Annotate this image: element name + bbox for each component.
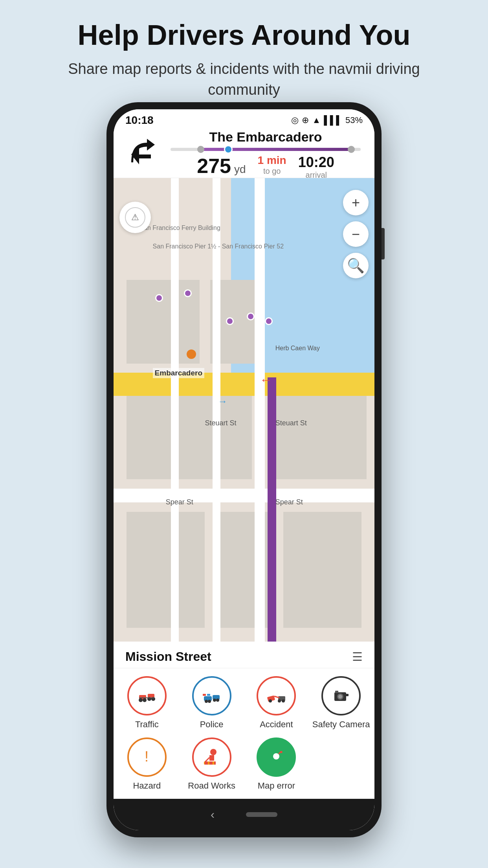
map-red-arrow: ← (260, 373, 272, 387)
nav-stats: 275 yd 1 min to go 10:20 arrival (171, 154, 361, 180)
svg-point-4 (139, 698, 143, 702)
safety-camera-icon-circle (321, 676, 361, 715)
svg-rect-15 (203, 694, 206, 696)
report-item-safety-camera[interactable]: Safety Camera (312, 676, 371, 730)
progress-fill (199, 148, 351, 151)
map-error-label: Map error (258, 781, 295, 791)
phone-frame: 10:18 ◎ ⊕ ▲ ▌▌▌ 53% The Embarcadero (106, 102, 382, 837)
map-label-herb: Herb Caen Way (275, 345, 320, 352)
signal-icon: ⊕ (302, 115, 309, 125)
svg-rect-26 (345, 694, 349, 696)
road-works-icon-circle (192, 737, 231, 777)
progress-dot-current (224, 145, 233, 154)
svg-text:⚠: ⚠ (131, 212, 139, 222)
map-label-spear-right: Spear St (275, 498, 303, 506)
svg-rect-27 (335, 691, 338, 693)
map-error-icon-circle (257, 737, 296, 777)
svg-rect-30 (209, 755, 214, 761)
map-area[interactable]: San Francisco Ferry Building San Francis… (114, 178, 374, 642)
report-item-accident[interactable]: Accident (247, 676, 306, 730)
map-pin-orange (187, 349, 196, 359)
report-item-empty (312, 737, 371, 791)
map-label-steuart-left: Steuart St (205, 419, 236, 427)
nav-distance-unit: yd (234, 163, 246, 176)
progress-bar (171, 148, 361, 151)
home-button[interactable] (246, 812, 277, 817)
road-works-icon (201, 747, 222, 768)
hazard-label: Hazard (133, 781, 161, 791)
map-label-embarcadero: Embarcadero (153, 368, 204, 378)
city-block-2 (275, 396, 367, 479)
hazard-icon-circle: ! (127, 737, 167, 777)
report-icon: ⚠ (125, 207, 146, 228)
map-label-spear-left: Spear St (166, 498, 193, 506)
police-icon (201, 685, 222, 707)
svg-point-20 (278, 699, 281, 702)
nav-time-block: 1 min to go (258, 154, 286, 180)
accident-label: Accident (260, 719, 293, 730)
bottom-panel: Mission Street ☰ (114, 642, 374, 799)
svg-point-11 (205, 700, 208, 703)
location-icon: ◎ (291, 115, 299, 125)
traffic-icon (136, 685, 158, 707)
report-item-traffic[interactable]: Traffic (117, 676, 176, 730)
report-grid-row1: Traffic (114, 668, 374, 737)
report-incident-button[interactable]: ⚠ (119, 202, 151, 233)
bottom-street-name: Mission Street (125, 649, 211, 664)
map-search-button[interactable]: 🔍 (343, 253, 369, 278)
side-button (382, 228, 385, 259)
nav-distance-value: 275 (197, 154, 231, 178)
status-icons: ◎ ⊕ ▲ ▌▌▌ 53% (291, 115, 363, 125)
back-button[interactable]: ‹ (211, 808, 215, 821)
safety-camera-label: Safety Camera (312, 719, 370, 730)
nav-arrival-value: 10:20 (298, 154, 334, 171)
hamburger-menu-icon[interactable]: ☰ (352, 650, 363, 664)
accident-icon (266, 685, 287, 707)
zoom-out-button[interactable]: − (343, 221, 369, 247)
svg-point-25 (338, 695, 342, 699)
route-line (268, 377, 276, 642)
report-item-map-error[interactable]: Map error (247, 737, 306, 791)
city-block-3 (127, 512, 205, 628)
nav-info: The Embarcadero 275 yd 1 min to go (165, 129, 367, 180)
svg-point-12 (208, 700, 211, 703)
map-label-ferry: San Francisco Ferry Building (139, 224, 220, 232)
safety-camera-icon (330, 685, 352, 707)
nav-time-value: 1 min (258, 154, 286, 167)
status-bar: 10:18 ◎ ⊕ ▲ ▌▌▌ 53% (114, 109, 374, 131)
status-time: 10:18 (125, 114, 154, 127)
map-search-icon: 🔍 (347, 257, 365, 274)
svg-rect-35 (214, 761, 216, 765)
map-pin-3 (226, 317, 234, 325)
svg-rect-9 (204, 696, 212, 701)
road-works-label: Road Works (188, 781, 235, 791)
nav-arrival-block: 10:20 arrival (298, 154, 334, 180)
svg-point-21 (282, 699, 285, 702)
zoom-in-button[interactable]: + (343, 190, 369, 215)
svg-point-36 (273, 753, 279, 760)
report-item-hazard[interactable]: ! Hazard (117, 737, 176, 791)
police-icon-circle (192, 676, 231, 715)
report-item-police[interactable]: Police (182, 676, 241, 730)
report-grid-row2: ! Hazard (114, 737, 374, 799)
svg-rect-16 (207, 694, 210, 696)
svg-point-5 (143, 698, 147, 702)
svg-point-14 (216, 699, 219, 702)
network-icon: ▌▌▌ (324, 115, 342, 125)
page-title: Help Drivers Around You (0, 0, 488, 59)
battery-level: 53% (345, 115, 363, 125)
svg-text:!: ! (145, 748, 149, 765)
zoom-in-icon: + (352, 195, 360, 211)
phone-screen: 10:18 ◎ ⊕ ▲ ▌▌▌ 53% The Embarcadero (114, 109, 374, 830)
map-label-steuart-right: Steuart St (275, 419, 307, 427)
map-blue-arrow: → (218, 396, 227, 407)
nav-time-label: to go (258, 167, 286, 176)
svg-rect-34 (209, 761, 213, 765)
svg-point-29 (210, 749, 216, 755)
nav-street-name: The Embarcadero (171, 129, 361, 145)
turn-arrow-icon (125, 137, 161, 172)
progress-dot-start (197, 146, 204, 153)
report-item-road-works[interactable]: Road Works (182, 737, 241, 791)
white-road-h (114, 489, 374, 502)
police-label: Police (200, 719, 224, 730)
